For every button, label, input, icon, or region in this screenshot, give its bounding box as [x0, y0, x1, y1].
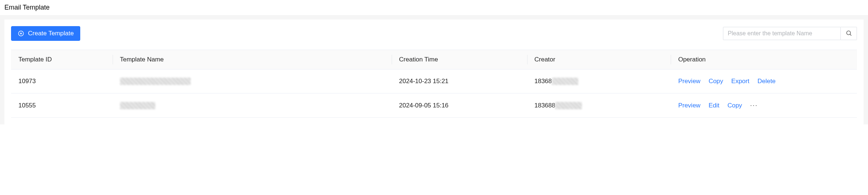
cell-ops: Preview Edit Copy ···: [671, 93, 857, 118]
op-copy[interactable]: Copy: [709, 78, 723, 85]
search-group: [723, 27, 857, 40]
col-header-name: Template Name: [113, 50, 392, 70]
cell-ops: Preview Copy Export Delete: [671, 70, 857, 93]
col-header-id: Template ID: [11, 50, 113, 70]
op-more[interactable]: ···: [750, 102, 758, 109]
toolbar: Create Template: [11, 26, 857, 41]
cell-creator: 18368██████: [527, 70, 671, 93]
op-preview[interactable]: Preview: [678, 78, 700, 85]
cell-time: 2024-09-05 15:16: [392, 93, 527, 118]
template-table: Template ID Template Name Creation Time …: [11, 50, 857, 118]
op-copy[interactable]: Copy: [727, 102, 742, 109]
table-row: 10973 ████████████████ 2024-10-23 15:21 …: [11, 70, 857, 93]
cell-id: 10973: [11, 70, 113, 93]
svg-point-3: [847, 31, 851, 35]
cell-creator: 183688██████: [527, 93, 671, 118]
cell-id: 10555: [11, 93, 113, 118]
cell-time: 2024-10-23 15:21: [392, 70, 527, 93]
content-card: Create Template Template ID: [4, 20, 864, 124]
search-button[interactable]: [841, 27, 857, 40]
col-header-time: Creation Time: [392, 50, 527, 70]
col-header-op: Operation: [671, 50, 857, 70]
create-template-button[interactable]: Create Template: [11, 26, 80, 41]
search-icon: [846, 30, 852, 38]
cell-name: ████████: [113, 93, 392, 118]
op-export[interactable]: Export: [731, 78, 749, 85]
page-title: Email Template: [4, 4, 50, 11]
table-row: 10555 ████████ 2024-09-05 15:16 183688██…: [11, 93, 857, 118]
op-delete[interactable]: Delete: [758, 78, 776, 85]
svg-line-4: [850, 34, 851, 35]
op-preview[interactable]: Preview: [678, 102, 700, 109]
table-header-row: Template ID Template Name Creation Time …: [11, 50, 857, 70]
create-template-label: Create Template: [28, 30, 74, 37]
plus-circle-icon: [18, 30, 24, 37]
cell-name: ████████████████: [113, 70, 392, 93]
op-edit[interactable]: Edit: [709, 102, 719, 109]
col-header-creator: Creator: [527, 50, 671, 70]
search-input[interactable]: [723, 27, 841, 40]
